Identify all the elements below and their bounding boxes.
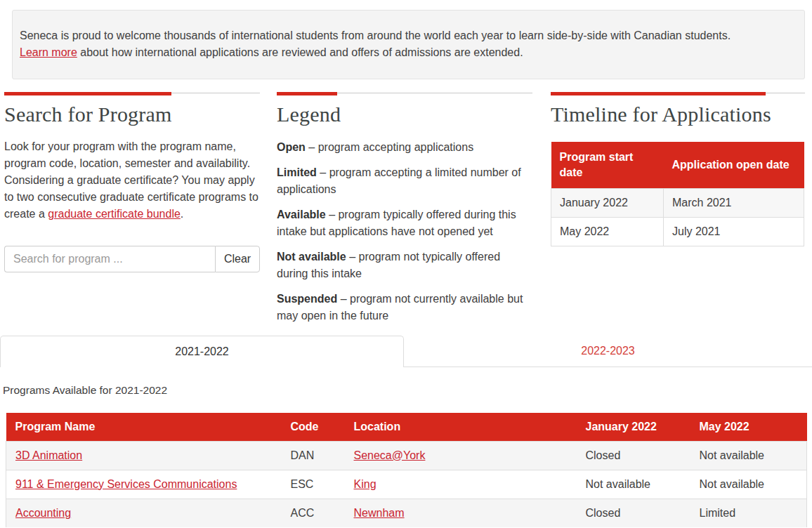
section-rule [277,92,532,95]
legend-item-suspended: Suspended – program not currently availa… [277,291,532,324]
year-tabs: 2021-2022 2022-2023 [0,336,812,368]
search-input[interactable] [4,246,215,272]
timeline-header-application-open: Application open date [664,142,804,189]
timeline-cell: January 2022 [551,189,664,218]
timeline-header-row: Program start date Application open date [551,142,804,189]
timeline-row: May 2022 July 2021 [551,218,804,246]
legend-item-available: Available – program typically offered du… [277,206,532,240]
banner-text-after: about how international applications are… [77,46,523,58]
programs-header-location: Location [345,413,577,441]
page: Seneca is proud to welcome thousands of … [0,0,812,528]
learn-more-link[interactable]: Learn more [20,46,77,58]
table-row: 911 & Emergency Services Communications … [6,470,807,499]
intro-banner-text: Seneca is proud to welcome thousands of … [20,27,747,61]
program-link[interactable]: 3D Animation [15,449,82,461]
programs-caption: Programs Available for 2021-2022 [3,384,167,397]
program-code-cell: DAN [282,441,345,470]
intro-banner: Seneca is proud to welcome thousands of … [12,10,805,79]
legend-section-title: Legend [277,103,532,126]
rule-redbar [4,92,171,95]
program-may-status: Not available [690,470,807,499]
timeline-table: Program start date Application open date… [551,142,804,246]
timeline-section: Timeline for Applications Program start … [551,92,805,246]
program-code-cell: ESC [282,470,345,499]
program-january-status: Closed [577,441,690,470]
legend-term: Suspended [277,293,337,305]
clear-button[interactable]: Clear [215,246,260,272]
legend-item-not-available: Not available – program not typically of… [277,249,532,282]
program-january-status: Not available [577,470,690,499]
legend-section: Legend Open – program accepting applicat… [277,92,532,324]
search-row: Clear [4,246,260,272]
program-location-cell: Newnham [345,499,577,527]
programs-table: Program Name Code Location January 2022 … [6,413,807,527]
rule-redbar [551,92,766,95]
timeline-header-program-start: Program start date [551,142,664,189]
program-name-cell: Accounting [6,499,282,527]
timeline-cell: March 2021 [664,189,804,218]
timeline-section-title: Timeline for Applications [551,103,805,126]
location-link[interactable]: Seneca@York [354,449,426,461]
legend-item-limited: Limited – program accepting a limited nu… [277,164,532,198]
search-desc-after: . [181,208,183,220]
section-rule [551,92,805,95]
timeline-cell: May 2022 [551,218,664,246]
program-january-status: Closed [577,499,690,527]
programs-header-row: Program Name Code Location January 2022 … [6,413,807,441]
program-location-cell: Seneca@York [345,441,577,470]
banner-text-before: Seneca is proud to welcome thousands of … [20,29,731,41]
program-link[interactable]: Accounting [15,507,71,519]
program-name-cell: 911 & Emergency Services Communications [6,470,282,499]
section-rule [4,92,260,95]
location-link[interactable]: King [354,478,376,490]
table-row: Accounting ACC Newnham Closed Limited [6,499,807,527]
location-link[interactable]: Newnham [354,507,405,519]
search-section: Search for Program Look for your program… [4,92,260,272]
legend-term: Available [277,209,326,220]
legend-term: Not available [277,251,346,263]
search-section-title: Search for Program [4,103,260,126]
rule-redbar [277,92,337,95]
program-may-status: Limited [690,499,807,527]
programs-header-name: Program Name [6,413,282,441]
timeline-cell: July 2021 [664,218,804,246]
programs-header-code: Code [282,413,345,441]
program-link[interactable]: 911 & Emergency Services Communications [15,478,237,490]
tab-2021-2022[interactable]: 2021-2022 [0,336,404,367]
legend-description: – program accepting applications [308,141,473,153]
graduate-certificate-bundle-link[interactable]: graduate certificate bundle [48,208,181,220]
programs-header-may-2022: May 2022 [690,413,807,441]
legend-term: Limited [277,166,317,178]
program-name-cell: 3D Animation [6,441,282,470]
tab-2022-2023[interactable]: 2022-2023 [404,336,812,367]
program-may-status: Not available [690,441,807,470]
timeline-row: January 2022 March 2021 [551,189,804,218]
program-code-cell: ACC [282,499,345,527]
program-location-cell: King [345,470,577,499]
programs-header-january-2022: January 2022 [577,413,690,441]
legend-item-open: Open – program accepting applications [277,139,532,156]
legend-term: Open [277,141,306,153]
table-row: 3D Animation DAN Seneca@York Closed Not … [6,441,807,470]
search-section-description: Look for your program with the program n… [4,138,260,223]
